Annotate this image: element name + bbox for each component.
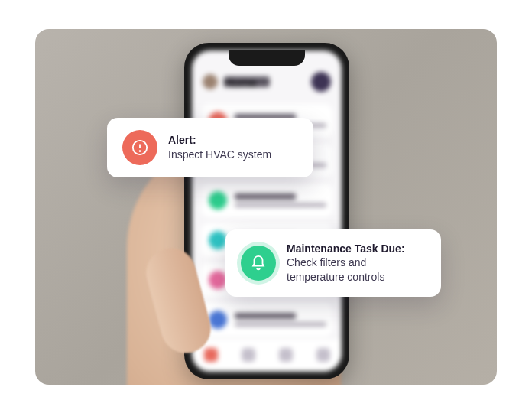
notification-text: Alert: Inspect HVAC system — [168, 133, 271, 162]
list-item[interactable] — [201, 303, 332, 337]
app-title: Home — [224, 76, 270, 87]
notification-alert[interactable]: Alert: Inspect HVAC system — [107, 118, 313, 177]
notification-text: Maintenance Task Due: Check filters and … — [287, 242, 426, 285]
phone-screen: Home — [192, 50, 342, 372]
svg-point-2 — [140, 151, 141, 151]
promo-stage: Home Alert: Inspe — [35, 29, 497, 385]
tab-icon[interactable] — [242, 348, 255, 362]
tab-bar — [192, 338, 342, 372]
app-icon — [203, 74, 218, 89]
notification-title: Maintenance Task Due: — [287, 242, 405, 255]
notification-maintenance[interactable]: Maintenance Task Due: Check filters and … — [225, 229, 441, 298]
notification-body: Check filters and temperature controls — [287, 256, 384, 283]
tab-icon[interactable] — [279, 348, 293, 362]
alert-icon — [122, 130, 157, 165]
notification-title: Alert: — [168, 134, 196, 146]
list-item[interactable] — [201, 184, 332, 217]
tab-home-icon[interactable] — [204, 348, 218, 362]
avatar[interactable] — [311, 72, 331, 92]
notification-body: Inspect HVAC system — [168, 148, 271, 161]
tab-icon[interactable] — [316, 348, 330, 362]
bell-icon — [241, 246, 276, 281]
phone-notch — [229, 50, 305, 66]
